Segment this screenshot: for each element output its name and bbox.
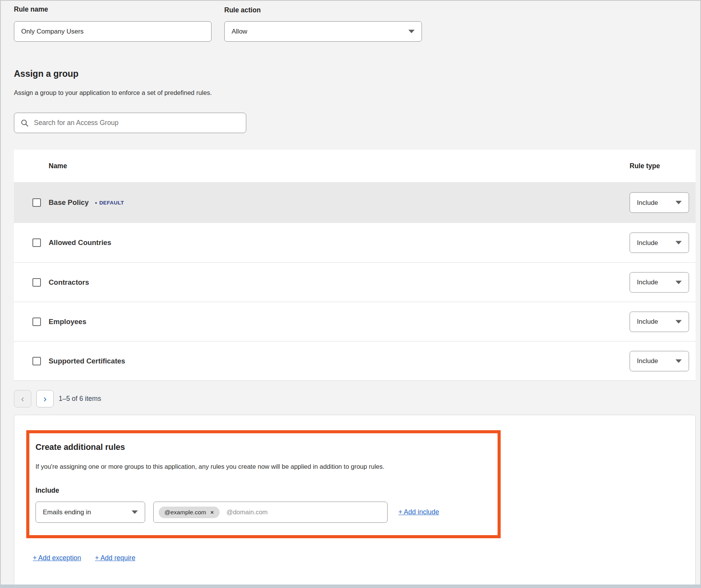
email-domain-field[interactable] — [227, 509, 382, 516]
rule-type-select[interactable]: Include — [630, 272, 689, 292]
row-checkbox[interactable] — [32, 357, 41, 365]
table-row: Base Policy • DEFAULT Include — [14, 182, 696, 223]
table-row: Employees Include — [14, 302, 696, 341]
rule-editor-page: Rule name Rule action Allow Assign a gro… — [0, 0, 701, 588]
add-exception-link[interactable]: + Add exception — [33, 554, 81, 562]
chevron-down-icon — [676, 280, 682, 284]
access-group-search[interactable] — [14, 113, 246, 133]
chevron-down-icon — [676, 320, 682, 323]
rule-type-select[interactable]: Include — [630, 233, 689, 253]
chevron-down-icon — [132, 510, 138, 514]
column-header-name: Name — [49, 162, 67, 170]
pagination-next-button[interactable]: › — [36, 390, 54, 407]
group-name: Base Policy — [49, 198, 89, 207]
assign-group-description: Assign a group to your application to en… — [14, 89, 212, 96]
chevron-down-icon — [676, 241, 682, 245]
chevron-down-icon — [676, 201, 682, 204]
rule-links: + Add exception + Add require — [33, 554, 135, 562]
additional-rules-card: Create additional rules If you're assign… — [14, 415, 696, 588]
search-icon — [20, 119, 29, 127]
rule-action-label: Rule action — [224, 6, 261, 14]
email-domains-input[interactable]: @example.com × — [153, 502, 388, 523]
row-checkbox[interactable] — [32, 198, 41, 207]
table-header: Name Rule type — [14, 150, 696, 182]
pagination-summary: 1–5 of 6 items — [59, 395, 101, 403]
group-name: Allowed Countries — [49, 238, 111, 247]
chevron-down-icon — [676, 359, 682, 363]
additional-rules-description: If you're assigning one or more groups t… — [36, 463, 488, 470]
rule-name-label: Rule name — [14, 5, 48, 14]
include-rule-row: Emails ending in @example.com × + Add in… — [36, 502, 488, 523]
table-row: Supported Certificates Include — [14, 341, 696, 380]
rule-type-select[interactable]: Include — [630, 311, 689, 332]
chevron-down-icon — [408, 30, 415, 33]
row-checkbox[interactable] — [32, 318, 41, 326]
access-group-table: Name Rule type Base Policy • DEFAULT Inc… — [14, 150, 696, 381]
include-label: Include — [36, 487, 488, 495]
add-include-link[interactable]: + Add include — [398, 508, 439, 516]
chevron-right-icon: › — [44, 394, 47, 404]
highlight-callout-box: Create additional rules If you're assign… — [26, 430, 501, 538]
chevron-left-icon: ‹ — [21, 394, 24, 404]
rule-name-input[interactable] — [14, 21, 212, 42]
email-chip-label: @example.com — [164, 509, 206, 516]
row-checkbox[interactable] — [32, 278, 41, 287]
assign-group-heading: Assign a group — [14, 69, 78, 79]
additional-rules-heading: Create additional rules — [36, 443, 488, 452]
default-badge: • DEFAULT — [95, 200, 124, 206]
column-header-rule-type: Rule type — [630, 162, 660, 170]
condition-select[interactable]: Emails ending in — [36, 502, 145, 523]
rule-action-value: Allow — [232, 28, 247, 35]
rule-type-select[interactable]: Include — [630, 351, 689, 371]
rule-action-select[interactable]: Allow — [224, 21, 422, 42]
group-name: Contractors — [49, 278, 89, 287]
table-row: Contractors Include — [14, 262, 696, 302]
table-row: Allowed Countries Include — [14, 223, 696, 262]
window-bottom-edge — [0, 585, 701, 588]
group-name: Supported Certificates — [49, 357, 125, 365]
row-checkbox[interactable] — [32, 238, 41, 247]
search-input[interactable] — [34, 119, 240, 127]
email-chip: @example.com × — [159, 507, 220, 518]
condition-value: Emails ending in — [43, 509, 91, 516]
close-icon[interactable]: × — [210, 509, 214, 515]
group-name: Employees — [49, 318, 86, 326]
add-require-link[interactable]: + Add require — [95, 554, 135, 562]
rule-type-select[interactable]: Include — [630, 193, 689, 213]
pagination-prev-button[interactable]: ‹ — [14, 390, 31, 407]
